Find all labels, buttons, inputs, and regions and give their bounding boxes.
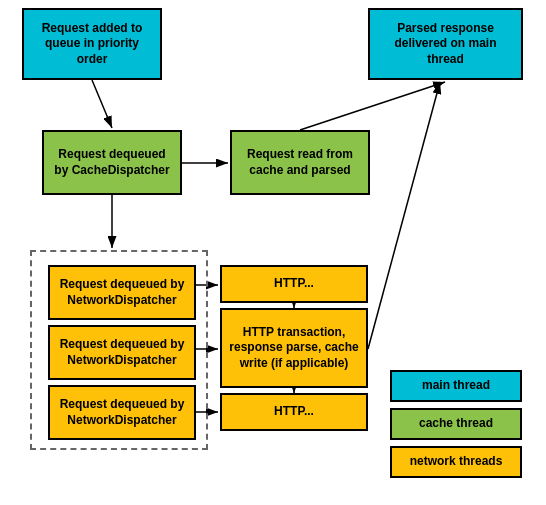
http-top-label: HTTP... <box>274 276 314 292</box>
http-top-box: HTTP... <box>220 265 368 303</box>
network-dispatcher-3-label: Request dequeued by NetworkDispatcher <box>56 397 188 428</box>
http-transaction-box: HTTP transaction, response parse, cache … <box>220 308 368 388</box>
http-transaction-label: HTTP transaction, response parse, cache … <box>228 325 360 372</box>
svg-line-3 <box>300 82 445 130</box>
request-queue-label: Request added to queue in priority order <box>30 21 154 68</box>
parsed-response-label: Parsed response delivered on main thread <box>376 21 515 68</box>
http-bottom-label: HTTP... <box>274 404 314 420</box>
network-dispatcher-2-box: Request dequeued by NetworkDispatcher <box>48 325 196 380</box>
cache-thread-box: cache thread <box>390 408 522 440</box>
main-thread-label: main thread <box>422 378 490 394</box>
main-thread-box: main thread <box>390 370 522 402</box>
request-queue-box: Request added to queue in priority order <box>22 8 162 80</box>
network-threads-box: network threads <box>390 446 522 478</box>
diagram: Request added to queue in priority order… <box>0 0 546 505</box>
svg-line-10 <box>368 82 440 349</box>
parsed-response-box: Parsed response delivered on main thread <box>368 8 523 80</box>
request-dequeued-cache-box: Request dequeued by CacheDispatcher <box>42 130 182 195</box>
network-threads-label: network threads <box>410 454 503 470</box>
request-read-cache-box: Request read from cache and parsed <box>230 130 370 195</box>
network-dispatcher-1-box: Request dequeued by NetworkDispatcher <box>48 265 196 320</box>
request-dequeued-cache-label: Request dequeued by CacheDispatcher <box>50 147 174 178</box>
http-bottom-box: HTTP... <box>220 393 368 431</box>
cache-thread-label: cache thread <box>419 416 493 432</box>
network-dispatcher-2-label: Request dequeued by NetworkDispatcher <box>56 337 188 368</box>
svg-line-1 <box>92 80 112 128</box>
network-dispatcher-3-box: Request dequeued by NetworkDispatcher <box>48 385 196 440</box>
network-dispatcher-1-label: Request dequeued by NetworkDispatcher <box>56 277 188 308</box>
request-read-cache-label: Request read from cache and parsed <box>238 147 362 178</box>
